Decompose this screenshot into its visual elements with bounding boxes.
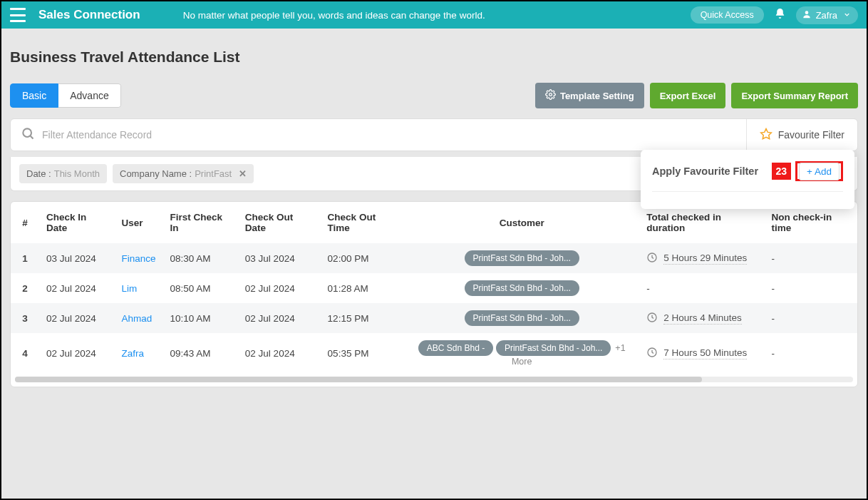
cell-user: Zafra [114, 333, 162, 374]
col-customer: Customer [404, 202, 639, 243]
scrollbar-thumb[interactable] [15, 377, 702, 382]
tab-basic[interactable]: Basic [10, 83, 58, 108]
customer-pill[interactable]: PrintFast Sdn Bhd - Joh... [465, 250, 579, 266]
user-link[interactable]: Zafra [121, 348, 144, 359]
favourite-filter-button[interactable]: Favourite Filter [746, 119, 857, 150]
table-row: 402 Jul 2024Zafra09:43 AM02 Jul 202405:3… [11, 333, 857, 374]
duration-value: - [646, 283, 650, 294]
favourite-filter-popup: Apply Favourite Filter 23 + Add [641, 150, 854, 209]
col-checkout-date: Check Out Date [238, 202, 321, 243]
col-checkout-time: Check Out Time [321, 202, 405, 243]
svg-point-0 [805, 11, 808, 14]
col-first-checkin: First Check In [162, 202, 237, 243]
cell-checkout-date: 02 Jul 2024 [238, 273, 321, 303]
duration-value: 5 Hours 29 Minutes [663, 252, 747, 265]
cell-user: Ahmad [114, 303, 162, 333]
popup-add-highlight: + Add [795, 161, 843, 181]
customer-pill[interactable]: PrintFast Sdn Bhd - Joh... [465, 310, 579, 326]
search-input[interactable] [42, 129, 736, 141]
cell-first-checkin: 08:30 AM [162, 243, 237, 273]
favourite-filter-label: Favourite Filter [778, 129, 844, 141]
search-icon [21, 126, 42, 143]
cell-checkin-date: 02 Jul 2024 [39, 273, 114, 303]
cell-duration: 7 Hours 50 Minutes [639, 333, 764, 374]
gear-icon [545, 89, 556, 102]
user-icon [802, 9, 812, 21]
filter-chips-row: Date : This Month Company Name : PrintFa… [10, 157, 858, 191]
quick-access-button[interactable]: Quick Access [691, 6, 764, 24]
chevron-down-icon [843, 10, 851, 21]
top-bar: Sales Connection No matter what people t… [1, 1, 867, 29]
cell-duration: 2 Hours 4 Minutes [639, 303, 764, 333]
cell-checkin-date: 02 Jul 2024 [39, 333, 114, 374]
customer-pill[interactable]: ABC Sdn Bhd - [418, 340, 493, 356]
search-area [11, 119, 746, 150]
export-excel-button[interactable]: Export Excel [650, 83, 726, 108]
tab-advance[interactable]: Advance [58, 83, 120, 108]
cell-checkout-date: 02 Jul 2024 [238, 303, 321, 333]
user-link[interactable]: Ahmad [121, 313, 152, 324]
clock-icon [646, 312, 658, 325]
cell-checkout-date: 03 Jul 2024 [238, 243, 321, 273]
page-title: Business Travel Attendance List [10, 49, 858, 66]
cell-duration: - [639, 273, 764, 303]
cell-customer: PrintFast Sdn Bhd - Joh... [404, 273, 639, 303]
table-row: 302 Jul 2024Ahmad10:10 AM02 Jul 202412:1… [11, 303, 857, 333]
chip-date-value: This Month [54, 168, 100, 179]
star-icon [760, 128, 773, 143]
col-user: User [114, 202, 162, 243]
user-link[interactable]: Finance [121, 253, 155, 264]
chip-company-label: Company Name : [120, 168, 192, 179]
table-row: 103 Jul 2024Finance08:30 AM03 Jul 202402… [11, 243, 857, 273]
attendance-table: # Check In Date User First Check In Chec… [11, 202, 857, 374]
export-summary-button[interactable]: Export Summary Report [731, 83, 858, 108]
customer-pill[interactable]: PrintFast Sdn Bhd - Joh... [496, 340, 611, 356]
cell-user: Lim [114, 273, 162, 303]
svg-point-2 [23, 128, 31, 137]
brand-title: Sales Connection [38, 8, 140, 22]
cell-noncheckin: - [764, 303, 857, 333]
col-checkin-date: Check In Date [39, 202, 114, 243]
cell-checkout-time: 12:15 PM [321, 303, 405, 333]
col-idx: # [11, 202, 39, 243]
svg-point-1 [549, 93, 552, 96]
template-setting-label: Template Setting [560, 91, 634, 101]
table-row: 202 Jul 2024Lim08:50 AM02 Jul 202401:28 … [11, 273, 857, 303]
menu-icon[interactable] [10, 8, 26, 22]
svg-line-3 [31, 136, 33, 139]
template-setting-button[interactable]: Template Setting [535, 83, 644, 108]
filter-chip-company[interactable]: Company Name : PrintFast ✕ [113, 164, 254, 183]
cell-checkin-date: 02 Jul 2024 [39, 303, 114, 333]
cell-checkin-date: 03 Jul 2024 [39, 243, 114, 273]
chip-company-remove-icon[interactable]: ✕ [239, 168, 247, 179]
cell-idx: 4 [11, 333, 39, 374]
cell-noncheckin: - [764, 273, 857, 303]
cell-checkout-time: 01:28 AM [321, 273, 405, 303]
filter-chip-date[interactable]: Date : This Month [19, 164, 107, 183]
clock-icon [646, 347, 658, 360]
duration-value: 7 Hours 50 Minutes [663, 347, 747, 359]
horizontal-scrollbar[interactable] [15, 377, 853, 382]
clock-icon [646, 252, 658, 265]
cell-checkout-time: 05:35 PM [321, 333, 405, 374]
cell-customer: PrintFast Sdn Bhd - Joh... [404, 303, 639, 333]
cell-checkout-time: 02:00 PM [321, 243, 405, 273]
user-link[interactable]: Lim [121, 283, 137, 294]
chip-date-label: Date : [26, 168, 51, 179]
cell-first-checkin: 08:50 AM [162, 273, 237, 303]
user-menu[interactable]: Zafra [796, 6, 858, 24]
popup-step-badge: 23 [772, 163, 792, 180]
duration-value: 2 Hours 4 Minutes [663, 312, 742, 325]
cell-idx: 1 [11, 243, 39, 273]
cell-customer: PrintFast Sdn Bhd - Joh... [404, 243, 639, 273]
add-favourite-button[interactable]: + Add [799, 163, 839, 180]
cell-user: Finance [114, 243, 162, 273]
attendance-table-card: # Check In Date User First Check In Chec… [10, 201, 858, 387]
cell-noncheckin: - [764, 333, 857, 374]
chip-company-value: PrintFast [195, 168, 232, 179]
cell-first-checkin: 10:10 AM [162, 303, 237, 333]
view-tabs: Basic Advance [10, 83, 121, 108]
customer-pill[interactable]: PrintFast Sdn Bhd - Joh... [465, 280, 579, 296]
bell-icon[interactable] [774, 7, 786, 23]
cell-idx: 2 [11, 273, 39, 303]
